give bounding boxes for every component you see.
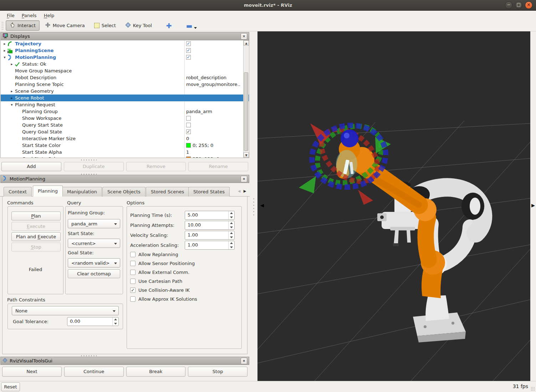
remove-button[interactable]: Remove bbox=[126, 162, 186, 171]
add-tool-button[interactable]: ✚ bbox=[162, 21, 176, 30]
tree-row-planning-scene[interactable]: ▸ PlanningScene bbox=[1, 47, 249, 54]
path-constraints-combo[interactable]: None bbox=[12, 306, 119, 315]
velocity-scaling-spinbox[interactable]: 1.00 bbox=[185, 231, 235, 240]
dock-splitter[interactable] bbox=[250, 31, 257, 381]
start-state-combo[interactable]: <current> bbox=[68, 239, 120, 248]
tree-value[interactable]: 0 bbox=[186, 135, 189, 142]
tree-value[interactable]: 1 bbox=[186, 149, 189, 156]
use-cartesian-path-checkbox[interactable] bbox=[130, 279, 136, 284]
visibility-checkbox[interactable] bbox=[186, 41, 191, 46]
planning-time-spinbox[interactable]: 5.00 bbox=[185, 211, 235, 220]
menu-panels[interactable]: Panels bbox=[19, 12, 40, 19]
allow-external-comm-row[interactable]: Allow External Comm. bbox=[130, 270, 189, 275]
tab-context[interactable]: Context bbox=[4, 187, 32, 197]
expander-icon[interactable]: ▸ bbox=[9, 62, 14, 66]
acceleration-scaling-spinbox[interactable]: 1.00 bbox=[185, 241, 235, 250]
expander-icon[interactable]: ▸ bbox=[9, 89, 14, 93]
planning-group-combo[interactable]: panda_arm bbox=[68, 219, 120, 228]
resize-grip[interactable] bbox=[531, 387, 535, 391]
displays-close-icon[interactable]: × bbox=[241, 33, 247, 40]
displays-panel-header[interactable]: Displays × bbox=[0, 32, 249, 40]
tree-row-interactive-marker-size[interactable]: Interactive Marker Size 0 bbox=[1, 135, 249, 142]
stop-button[interactable]: Stop bbox=[11, 243, 61, 251]
visibility-checkbox[interactable] bbox=[186, 48, 191, 53]
move-camera-tool-button[interactable]: Move Camera bbox=[41, 20, 89, 31]
color-swatch[interactable] bbox=[186, 143, 191, 148]
spin-arrows[interactable] bbox=[228, 241, 234, 249]
menu-help[interactable]: Help bbox=[41, 12, 58, 19]
right-dock-strip[interactable]: ▶ bbox=[530, 31, 536, 381]
tab-planning[interactable]: Planning bbox=[33, 185, 63, 197]
expander-icon[interactable]: ▸ bbox=[2, 42, 7, 46]
expander-icon[interactable]: ▸ bbox=[9, 96, 14, 100]
next-button[interactable]: Next bbox=[2, 367, 62, 377]
tree-row-show-workspace[interactable]: Show Workspace bbox=[1, 115, 249, 122]
allow-sensor-positioning-row[interactable]: Allow Sensor Positioning bbox=[130, 261, 195, 266]
execute-button[interactable]: Execute bbox=[11, 222, 61, 231]
menu-file[interactable]: File bbox=[4, 12, 18, 19]
splitter-grip[interactable] bbox=[253, 197, 255, 216]
tree-row-robot-description[interactable]: Robot Description robot_description bbox=[1, 74, 249, 81]
rviz-visual-tools-panel-header[interactable]: RvizVisualToolsGui × bbox=[0, 357, 249, 365]
tab-scene-objects[interactable]: Scene Objects bbox=[102, 187, 146, 197]
splitter-handle[interactable] bbox=[80, 159, 97, 161]
tree-row-trajectory[interactable]: ▸ Trajectory bbox=[1, 40, 249, 47]
allow-approx-ik-row[interactable]: Allow Approx IK Solutions bbox=[130, 296, 197, 302]
tab-stored-states[interactable]: Stored States bbox=[188, 187, 230, 197]
close-button[interactable]: × bbox=[525, 1, 532, 9]
tree-row-start-state-color[interactable]: Start State Color 0; 255; 0 bbox=[1, 142, 249, 149]
spin-arrows[interactable] bbox=[112, 317, 118, 326]
spin-arrows[interactable] bbox=[228, 231, 234, 239]
planning-attempts-spinbox[interactable]: 10.00 bbox=[185, 221, 235, 230]
goal-tolerance-spinbox[interactable]: 0.00 bbox=[67, 317, 119, 326]
value-checkbox[interactable] bbox=[186, 116, 191, 121]
use-cartesian-path-row[interactable]: Use Cartesian Path bbox=[130, 279, 182, 284]
plan-button[interactable]: Plan bbox=[11, 212, 61, 220]
toolbar-drag-handle[interactable] bbox=[1, 21, 4, 30]
remove-tool-button[interactable]: ▬ bbox=[182, 21, 201, 30]
use-collision-aware-ik-row[interactable]: Use Collision-Aware IK bbox=[130, 287, 190, 293]
continue-button[interactable]: Continue bbox=[64, 367, 124, 377]
tree-value[interactable]: panda_arm bbox=[186, 108, 212, 115]
value-checkbox[interactable] bbox=[186, 129, 191, 134]
tree-row-planning-request[interactable]: ▾ Planning Request bbox=[1, 101, 249, 108]
stop-gui-button[interactable]: Stop bbox=[188, 367, 247, 377]
tree-row-scene-robot-selected[interactable]: ▸ Scene Robot bbox=[1, 95, 249, 101]
allow-external-comm-checkbox[interactable] bbox=[130, 270, 136, 275]
expander-icon[interactable]: ▸ bbox=[2, 49, 7, 52]
allow-approx-ik-checkbox[interactable] bbox=[130, 296, 136, 302]
rviz-visual-tools-close-icon[interactable]: × bbox=[241, 358, 247, 364]
expander-icon[interactable]: ▾ bbox=[9, 103, 14, 107]
spin-arrows[interactable] bbox=[228, 221, 234, 229]
clear-octomap-button[interactable]: Clear octomap bbox=[68, 269, 120, 278]
tree-row-query-goal-state[interactable]: Query Goal State bbox=[1, 128, 249, 135]
break-button[interactable]: Break bbox=[126, 367, 186, 377]
tree-row-start-state-alpha[interactable]: Start State Alpha 1 bbox=[1, 149, 249, 156]
plan-and-execute-button[interactable]: Plan and Execute bbox=[11, 232, 61, 241]
expander-icon[interactable]: ▾ bbox=[2, 55, 7, 59]
tree-row-motion-planning[interactable]: ▾ MotionPlanning bbox=[1, 54, 249, 61]
visibility-checkbox[interactable] bbox=[186, 55, 191, 60]
motion-planning-close-icon[interactable]: × bbox=[241, 176, 247, 182]
scroll-up-icon[interactable]: ▲ bbox=[244, 40, 249, 46]
tree-value[interactable]: robot_description bbox=[186, 74, 226, 81]
tree-value[interactable]: move_group/monitore.. bbox=[186, 81, 240, 88]
minimize-button[interactable]: − bbox=[505, 1, 512, 9]
tree-scrollbar[interactable]: ▲ ▼ bbox=[243, 40, 249, 158]
value-checkbox[interactable] bbox=[186, 123, 191, 127]
tree-row-status[interactable]: ▸ Status: Ok bbox=[1, 61, 249, 67]
tree-row-planning-scene-topic[interactable]: Planning Scene Topic move_group/monitore… bbox=[1, 81, 249, 88]
allow-replanning-row[interactable]: Allow Replanning bbox=[130, 252, 178, 257]
color-swatch[interactable] bbox=[186, 157, 191, 158]
tab-scroll-left-icon[interactable]: ◀ bbox=[236, 187, 242, 195]
spin-arrows[interactable] bbox=[228, 211, 234, 219]
tree-row-move-group-namespace[interactable]: Move Group Namespace bbox=[1, 67, 249, 74]
tree-row-planning-group[interactable]: Planning Group panda_arm bbox=[1, 108, 249, 115]
rename-button[interactable]: Rename bbox=[188, 162, 248, 171]
scroll-down-icon[interactable]: ▼ bbox=[244, 152, 249, 158]
motion-planning-panel-header[interactable]: MotionPlanning × bbox=[0, 175, 249, 183]
add-button[interactable]: Add bbox=[1, 162, 61, 171]
tree-row-query-start-state[interactable]: Query Start State bbox=[1, 122, 249, 128]
expand-right-panel-icon[interactable]: ▶ bbox=[531, 203, 535, 208]
collapse-left-panel-icon[interactable]: ◀ bbox=[260, 203, 264, 208]
